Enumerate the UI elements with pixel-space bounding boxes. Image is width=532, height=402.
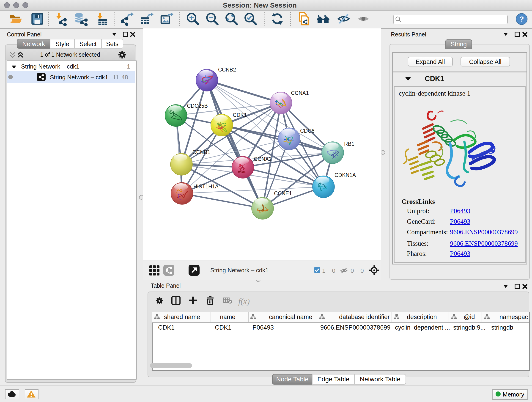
svg-text:CDC6: CDC6	[300, 128, 315, 134]
svg-text:RB1: RB1	[344, 141, 355, 147]
svg-text:CDC25B: CDC25B	[187, 103, 208, 109]
svg-text:CCNB1: CCNB1	[192, 149, 210, 155]
svg-text:CDKN1A: CDKN1A	[335, 172, 356, 178]
svg-text:CCNB2: CCNB2	[218, 67, 236, 73]
svg-text:CCNA1: CCNA1	[291, 90, 309, 96]
svg-text:CCNA2: CCNA2	[254, 156, 272, 162]
svg-text:?: ?	[519, 15, 524, 23]
svg-text:HIST1H1A: HIST1H1A	[193, 184, 219, 190]
svg-text:CCNE1: CCNE1	[274, 191, 292, 196]
svg-text:CDK1: CDK1	[233, 112, 247, 118]
